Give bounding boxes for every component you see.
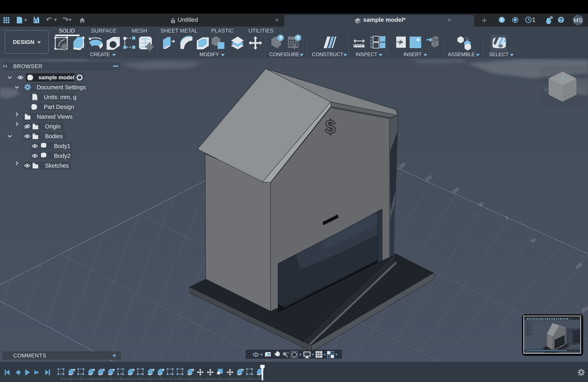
svg-text:Units: mm, g: Units: mm, g [44, 94, 76, 100]
svg-text:Part Design: Part Design [44, 104, 74, 110]
svg-text:Origin: Origin [45, 123, 60, 130]
svg-text:Sketches: Sketches [45, 162, 69, 169]
svg-text:X: X [578, 88, 582, 94]
svg-text:MODIFY: MODIFY [199, 52, 219, 57]
svg-text:INSERT: INSERT [403, 52, 421, 57]
svg-text:Named Views: Named Views [37, 114, 72, 120]
svg-text:±: ± [287, 351, 289, 354]
svg-text:ASSEMBLE: ASSEMBLE [448, 52, 475, 57]
svg-text:UTILITIES: UTILITIES [248, 28, 273, 34]
svg-text:BROWSER: BROWSER [13, 63, 42, 69]
svg-text:CONSTRUCT: CONSTRUCT [312, 52, 343, 57]
svg-text:Document Settings: Document Settings [37, 84, 86, 91]
svg-text:DESIGN: DESIGN [13, 39, 34, 45]
svg-text:Y: Y [544, 88, 547, 94]
svg-text:Body2: Body2 [54, 153, 70, 159]
svg-text:$: $ [325, 116, 336, 137]
svg-text:MESH: MESH [132, 28, 147, 34]
svg-text:PLASTIC: PLASTIC [211, 28, 234, 34]
svg-text:CREATE: CREATE [90, 52, 110, 57]
svg-text:sample model: sample model [38, 75, 74, 80]
svg-text:1: 1 [532, 16, 536, 23]
svg-text:Body1: Body1 [54, 143, 70, 149]
svg-text:SOLID: SOLID [59, 28, 75, 34]
svg-text:SELECT: SELECT [489, 52, 508, 57]
svg-text:SURFACE: SURFACE [91, 28, 117, 34]
svg-text:CONFIGURE: CONFIGURE [269, 52, 299, 57]
svg-text:INSPECT: INSPECT [356, 52, 377, 57]
svg-text:?: ? [559, 17, 563, 23]
svg-text:SHEET METAL: SHEET METAL [160, 28, 197, 34]
svg-text:Bodies: Bodies [45, 133, 63, 139]
svg-text:MS: MS [574, 17, 583, 23]
